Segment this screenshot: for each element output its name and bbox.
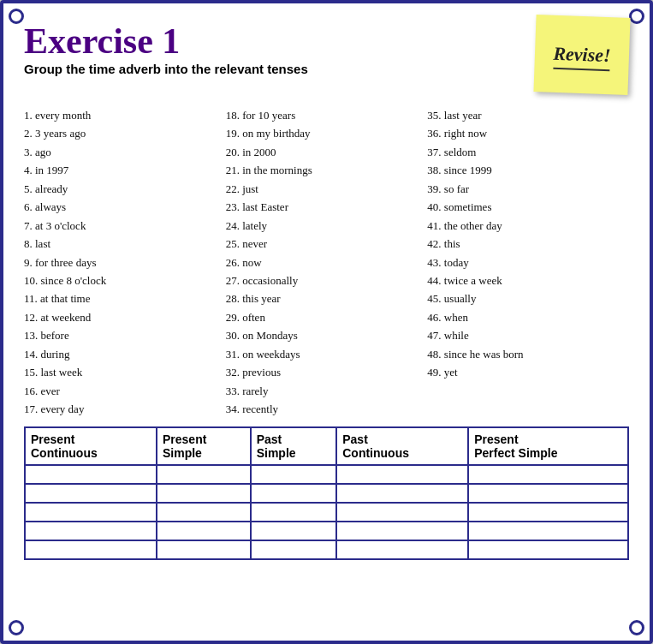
page: Exercise 1 Group the time adverb into th… [0,0,653,644]
list-item: 45. usually [427,289,629,307]
list-item: 11. at that time [24,289,226,307]
list-item: 26. now [226,253,428,271]
list-item: 13. before [24,326,226,344]
table-cell[interactable] [468,484,628,503]
list-item: 27. occasionally [226,271,428,289]
table-header: PresentSimple [157,427,251,465]
list-item: 9. for three days [24,253,226,271]
list-item: 8. last [24,235,226,253]
list-item: 38. since 1999 [427,161,629,179]
list-item: 12. at weekend [24,308,226,326]
table-cell[interactable] [468,465,628,484]
table-cell[interactable] [25,465,157,484]
list-item: 46. when [427,308,629,326]
list-item: 42. this [427,235,629,253]
list-item: 29. often [226,308,428,326]
table-cell[interactable] [468,522,628,540]
table-cell[interactable] [336,465,468,484]
title-block: Exercise 1 Group the time adverb into th… [24,21,308,88]
instruction-text: Group the time adverb into the relevant … [24,62,308,76]
table-cell[interactable] [157,540,251,559]
list-item: 21. in the mornings [226,161,428,179]
list-item: 2. 3 years ago [24,124,226,142]
list-item: 20. in 2000 [226,143,428,161]
table-row [25,484,628,503]
list-item: 3. ago [24,143,226,161]
list-item: 17. every day [24,400,226,418]
table-cell[interactable] [25,540,157,559]
items-area: 1. every month2. 3 years ago3. ago4. in … [24,106,629,418]
corner-decoration [9,620,24,635]
list-item: 43. today [427,253,629,271]
list-item: 28. this year [226,289,428,307]
list-item: 18. for 10 years [226,106,428,124]
list-item: 10. since 8 o'clock [24,271,226,289]
table-cell[interactable] [468,503,628,522]
table-cell[interactable] [251,522,337,540]
list-item: 32. previous [226,363,428,381]
list-item: 14. during [24,345,226,363]
sticky-text: Revise! [553,42,611,66]
list-item: 40. sometimes [427,198,629,216]
corner-decoration [629,620,644,635]
list-item: 48. since he was born [427,345,629,363]
table-cell[interactable] [251,540,337,559]
table-header: PastContinuous [336,427,468,465]
table-cell[interactable] [468,540,628,559]
table-cell[interactable] [25,503,157,522]
list-item: 47. while [427,326,629,344]
list-item: 44. twice a week [427,271,629,289]
table-cell[interactable] [157,503,251,522]
list-item: 22. just [226,180,428,198]
list-item: 25. never [226,235,428,253]
list-item: 34. recently [226,400,428,418]
list-item: 39. so far [427,180,629,198]
column-1: 1. every month2. 3 years ago3. ago4. in … [24,106,226,418]
list-item: 24. lately [226,217,428,235]
table-header: PresentPerfect Simple [468,427,628,465]
list-item: 36. right now [427,124,629,142]
list-item: 19. on my birthday [226,124,428,142]
table-cell[interactable] [25,522,157,540]
table-row [25,465,628,484]
table-cell[interactable] [157,484,251,503]
list-item: 4. in 1997 [24,161,226,179]
list-item: 33. rarely [226,382,428,400]
list-item: 16. ever [24,382,226,400]
list-item: 5. already [24,180,226,198]
list-item: 41. the other day [427,217,629,235]
column-3: 35. last year36. right now37. seldom38. … [427,106,629,418]
table-cell[interactable] [336,484,468,503]
table-cell[interactable] [251,503,337,522]
column-2: 18. for 10 years19. on my birthday20. in… [226,106,428,418]
list-item: 31. on weekdays [226,345,428,363]
list-item: 49. yet [427,363,629,381]
corner-decoration [629,9,644,24]
page-title: Exercise 1 [24,21,308,62]
list-item: 23. last Easter [226,198,428,216]
table-row [25,522,628,540]
list-item: 1. every month [24,106,226,124]
list-item: 15. last week [24,363,226,381]
list-item: 6. always [24,198,226,216]
tense-table: PresentContinuousPresentSimplePastSimple… [24,426,629,560]
table-cell[interactable] [336,540,468,559]
table-row [25,503,628,522]
list-item: 30. on Mondays [226,326,428,344]
table-cell[interactable] [336,503,468,522]
table-row [25,540,628,559]
sticky-underline [554,67,610,70]
table-cell[interactable] [157,522,251,540]
corner-decoration [9,9,24,24]
table-header: PresentContinuous [25,427,157,465]
table-cell[interactable] [157,465,251,484]
table-cell[interactable] [336,522,468,540]
table-cell[interactable] [25,484,157,503]
table-cell[interactable] [251,484,337,503]
sticky-note: Revise! [533,15,630,95]
table-header: PastSimple [251,427,337,465]
table-cell[interactable] [251,465,337,484]
list-item: 37. seldom [427,143,629,161]
list-item: 35. last year [427,106,629,124]
header-area: Exercise 1 Group the time adverb into th… [24,21,629,98]
